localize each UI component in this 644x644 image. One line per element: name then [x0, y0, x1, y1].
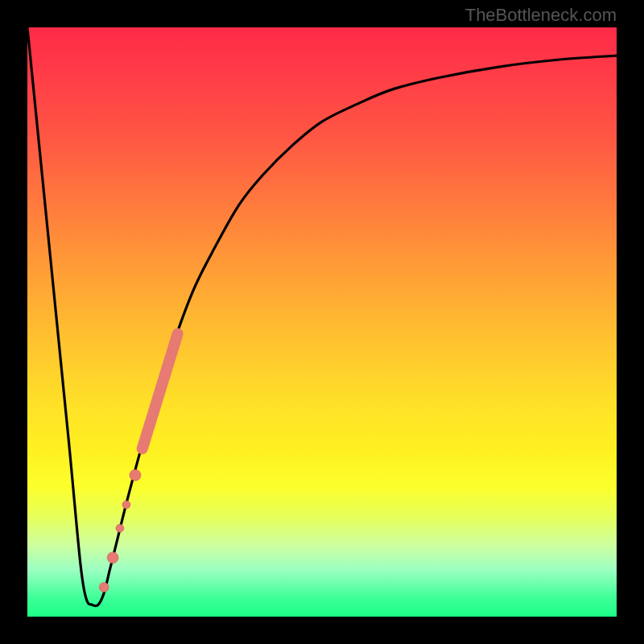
data-marker [116, 524, 124, 532]
chart-frame: TheBottleneck.com [0, 0, 644, 644]
data-marker [107, 552, 118, 564]
bottleneck-curve [27, 27, 617, 606]
data-marker [130, 469, 141, 481]
data-marker [99, 582, 109, 592]
curve-layer [27, 27, 617, 617]
marker-group [99, 469, 141, 592]
plot-area [27, 27, 617, 617]
data-marker [122, 501, 130, 509]
marker-band [142, 334, 178, 449]
watermark-text: TheBottleneck.com [465, 5, 617, 26]
